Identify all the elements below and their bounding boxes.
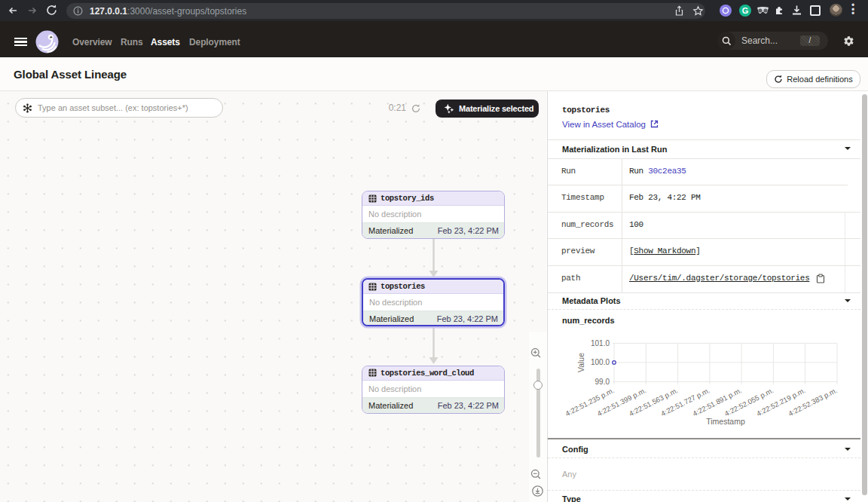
svg-text:100.0: 100.0 <box>591 358 610 366</box>
svg-text:99.0: 99.0 <box>595 378 610 386</box>
svg-text:Timestamp: Timestamp <box>706 417 745 426</box>
svg-text:Value: Value <box>576 353 585 372</box>
svg-text:101.0: 101.0 <box>591 339 610 347</box>
